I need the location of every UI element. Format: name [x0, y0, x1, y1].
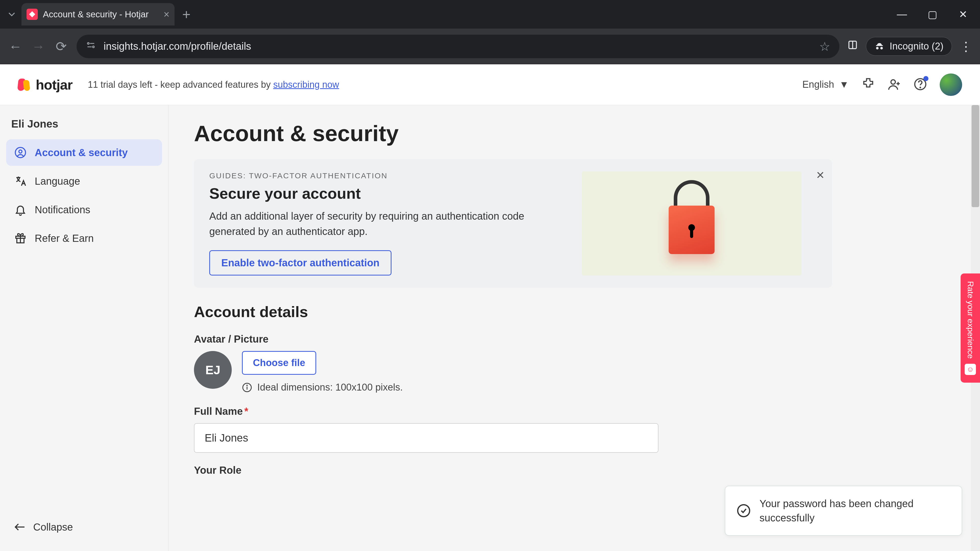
guide-heading: Secure your account [209, 185, 566, 202]
svg-point-0 [88, 43, 89, 44]
url-text: insights.hotjar.com/profile/details [103, 41, 251, 52]
incognito-label: Incognito (2) [890, 41, 943, 52]
bookmark-star-icon[interactable]: ☆ [819, 39, 830, 54]
sidebar-item-label: Account & security [35, 147, 128, 159]
collapse-sidebar-button[interactable]: Collapse [6, 516, 162, 538]
enable-two-factor-button[interactable]: Enable two-factor authentication [209, 250, 391, 275]
svg-point-10 [920, 87, 921, 87]
new-tab-button[interactable]: + [182, 6, 191, 23]
success-toast: Your password has been changed successfu… [725, 486, 962, 536]
svg-point-19 [247, 385, 247, 386]
reload-button[interactable]: ⟳ [54, 39, 69, 54]
feedback-tab[interactable]: Rate your experience ☺ [961, 273, 980, 383]
account-details-heading: Account details [194, 303, 955, 321]
user-avatar[interactable] [940, 73, 962, 96]
subscribe-link[interactable]: subscribing now [273, 79, 339, 90]
translate-icon [14, 175, 27, 187]
gift-icon [14, 232, 27, 245]
browser-tab[interactable]: Account & security - Hotjar × [21, 3, 175, 25]
check-circle-icon [737, 503, 751, 518]
full-name-input[interactable] [194, 423, 659, 453]
collapse-icon [14, 521, 26, 533]
svg-point-6 [891, 79, 895, 84]
sidebar-item-refer-earn[interactable]: Refer & Earn [6, 225, 162, 251]
guide-text: Add an additional layer of security by r… [209, 208, 566, 239]
tab-close-icon[interactable]: × [164, 9, 169, 20]
hotjar-logo-icon [18, 78, 32, 92]
integrations-icon[interactable] [862, 78, 875, 92]
tab-search-menu[interactable] [4, 6, 19, 22]
full-name-label: Full Name* [194, 406, 955, 417]
tab-title: Account & security - Hotjar [43, 9, 148, 19]
invite-user-icon[interactable] [888, 78, 901, 92]
guide-eyebrow: GUIDES: TWO-FACTOR AUTHENTICATION [209, 171, 566, 180]
close-guide-icon[interactable]: × [816, 167, 824, 183]
info-icon [242, 383, 252, 392]
collapse-label: Collapse [33, 521, 73, 533]
feedback-label: Rate your experience [966, 281, 975, 359]
svg-point-2 [93, 46, 94, 48]
language-label: English [802, 79, 834, 90]
guide-illustration [582, 171, 801, 275]
chevron-down-icon: ▼ [839, 79, 849, 90]
page-title: Account & security [194, 121, 955, 146]
sidebar-item-account-security[interactable]: Account & security [6, 139, 162, 166]
incognito-badge[interactable]: Incognito (2) [866, 37, 952, 56]
language-selector[interactable]: English ▼ [802, 79, 849, 90]
avatar-preview: EJ [194, 351, 232, 389]
sidebar-item-label: Refer & Earn [35, 233, 94, 244]
browser-menu-icon[interactable]: ⋮ [959, 39, 972, 54]
sidebar-item-label: Notifications [35, 204, 90, 216]
user-circle-icon [14, 146, 27, 159]
two-factor-guide-card: GUIDES: TWO-FACTOR AUTHENTICATION Secure… [194, 159, 832, 288]
sidebar-user-name: Eli Jones [6, 118, 162, 139]
sidebar-item-label: Language [35, 176, 80, 187]
lock-icon [669, 193, 714, 254]
avatar-label: Avatar / Picture [194, 333, 955, 345]
tab-favicon-icon [27, 9, 38, 20]
hotjar-logo-text: hotjar [36, 77, 73, 93]
sidebar: Eli Jones Account & security Language No… [0, 105, 169, 551]
scrollbar-thumb[interactable] [972, 105, 979, 207]
url-bar[interactable]: insights.hotjar.com/profile/details ☆ [76, 35, 839, 58]
window-close-icon[interactable]: ✕ [956, 8, 971, 20]
window-minimize-icon[interactable]: — [894, 8, 910, 20]
toast-text: Your password has been changed successfu… [759, 496, 950, 525]
required-asterisk: * [244, 406, 248, 417]
sidebar-item-notifications[interactable]: Notifications [6, 197, 162, 223]
bell-icon [14, 203, 27, 216]
smiley-icon: ☺ [965, 364, 976, 375]
role-label-partial: Your Role [194, 465, 955, 476]
hotjar-logo[interactable]: hotjar [18, 77, 73, 93]
help-icon[interactable] [914, 78, 927, 92]
app-header: hotjar 11 trial days left - keep advance… [0, 64, 980, 105]
notification-dot-icon [923, 76, 928, 81]
avatar-hint: Ideal dimensions: 100x100 pixels. [242, 382, 403, 393]
svg-point-12 [19, 150, 22, 153]
sidebar-item-language[interactable]: Language [6, 168, 162, 194]
site-settings-icon[interactable] [86, 40, 96, 52]
window-maximize-icon[interactable]: ▢ [925, 8, 940, 20]
choose-file-button[interactable]: Choose file [242, 351, 316, 375]
back-button[interactable]: ← [8, 39, 23, 54]
main-content: Account & security GUIDES: TWO-FACTOR AU… [169, 105, 980, 551]
reader-mode-icon[interactable] [847, 39, 858, 53]
browser-tab-bar: Account & security - Hotjar × + — ▢ ✕ [0, 0, 980, 29]
forward-button[interactable]: → [30, 39, 46, 54]
trial-banner: 11 trial days left - keep advanced featu… [88, 79, 339, 90]
svg-point-20 [738, 505, 750, 517]
